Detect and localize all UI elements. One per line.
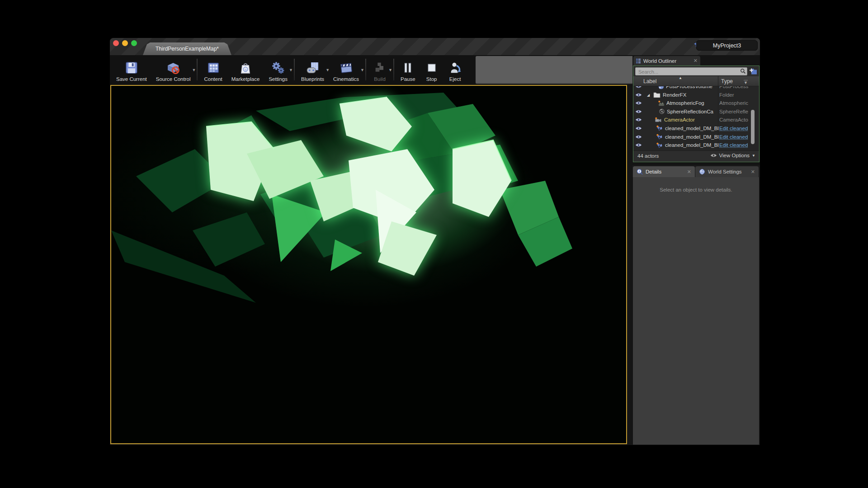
tab-world-settings[interactable]: World Settings ✕ (695, 166, 759, 177)
save-current-button[interactable]: Save Current (112, 56, 151, 84)
visibility-eye-icon[interactable] (635, 117, 642, 122)
crystal-mesh-render (111, 86, 626, 443)
search-input[interactable] (637, 68, 728, 76)
visibility-eye-icon[interactable] (635, 101, 642, 105)
content-browser-icon (206, 61, 221, 75)
details-empty-message: Select an object to view details. (633, 187, 759, 192)
actor-type: Atmospheric (719, 100, 748, 106)
marketplace-label: Marketplace (231, 76, 260, 82)
build-label: Build (374, 76, 386, 82)
visibility-eye-icon[interactable] (635, 86, 642, 89)
build-button[interactable]: Build ▼ (368, 56, 392, 84)
actor-label: RenderFX (663, 92, 686, 98)
toolbar-separator (365, 59, 366, 80)
build-cubes-icon (373, 61, 387, 75)
level-viewport[interactable] (110, 85, 627, 444)
folder-icon (653, 92, 660, 98)
table-row[interactable]: AtmosphericFog Atmospheric (633, 99, 759, 108)
create-folder-icon[interactable] (749, 68, 757, 75)
close-window-button[interactable] (113, 40, 119, 46)
outliner-scrollbar-thumb[interactable] (751, 110, 755, 144)
destructible-mesh-icon (656, 125, 663, 131)
world-settings-tab-label: World Settings (708, 169, 748, 174)
source-control-dropdown-icon[interactable]: ▼ (192, 68, 196, 72)
visibility-eye-icon[interactable] (635, 126, 642, 131)
marketplace-button[interactable]: u Marketplace (227, 56, 264, 84)
map-tab[interactable]: ThirdPersonExampleMap* (143, 42, 231, 55)
settings-button[interactable]: Settings ▼ (264, 56, 292, 84)
actor-type: CameraActo (719, 117, 748, 122)
stop-label: Stop (426, 76, 437, 82)
table-row[interactable]: ◢ RenderFX Folder (633, 91, 759, 99)
source-control-icon (166, 61, 180, 75)
blueprints-icon (306, 61, 320, 75)
column-label[interactable]: Label (643, 78, 656, 84)
build-dropdown-icon[interactable]: ▼ (388, 68, 392, 72)
table-row[interactable]: cleaned_model_DM_Bl Edit cleaned (633, 124, 759, 133)
cinematics-button[interactable]: Cinematics ▼ (329, 56, 363, 84)
outliner-search-field[interactable] (635, 67, 747, 75)
settings-label: Settings (269, 76, 288, 82)
cinematics-dropdown-icon[interactable]: ▼ (360, 68, 364, 72)
outliner-tab-icon (636, 59, 641, 63)
expander-arrow-icon[interactable]: ◢ (647, 93, 650, 97)
traffic-lights (113, 40, 137, 46)
outliner-row-list: PostProcessVolume PostProcess ◢ RenderFX… (633, 86, 759, 149)
visibility-eye-icon[interactable] (635, 93, 642, 97)
eject-label: Eject (449, 76, 461, 82)
cinematics-clapper-icon (339, 61, 354, 75)
table-row[interactable]: CameraActor CameraActo (633, 116, 759, 124)
type-filter-icon[interactable]: —▼ (744, 79, 748, 84)
title-bar[interactable]: ThirdPersonExampleMap* MyProject3 (110, 38, 760, 56)
settings-gears-icon (271, 61, 285, 75)
actor-label: cleaned_model_DM_Bl (665, 126, 719, 131)
column-type[interactable]: Type (721, 78, 733, 84)
table-row[interactable]: SphereReflectionCa SphereReflec (633, 108, 759, 116)
outliner-search-row (633, 66, 759, 76)
outliner-close-icon[interactable]: ✕ (693, 58, 698, 64)
settings-dropdown-icon[interactable]: ▼ (289, 68, 293, 72)
visibility-eye-icon[interactable] (635, 143, 642, 147)
edit-blueprint-link[interactable]: Edit cleaned (719, 142, 748, 148)
details-close-icon[interactable]: ✕ (687, 169, 691, 175)
actor-label: AtmosphericFog (666, 100, 704, 106)
map-tab-label: ThirdPersonExampleMap* (156, 46, 219, 52)
actor-label: SphereReflectionCa (667, 109, 713, 114)
table-row[interactable]: cleaned_model_DM_Bl Edit cleaned (633, 133, 759, 141)
minimize-window-button[interactable] (122, 40, 128, 46)
view-options-dropdown-icon: ▼ (752, 154, 755, 158)
project-name: MyProject3 (713, 42, 741, 49)
destructible-mesh-icon (656, 134, 663, 140)
destructible-mesh-icon (656, 142, 663, 148)
source-control-button[interactable]: Source Control ▼ (151, 56, 195, 84)
zoom-window-button[interactable] (131, 40, 137, 46)
details-tab-bar: i Details ✕ World Settings ✕ (632, 165, 760, 177)
actor-label: cleaned_model_DM_Bl (665, 134, 719, 140)
view-options-button[interactable]: View Options ▼ (710, 153, 755, 158)
table-row[interactable]: PostProcessVolume PostProcess (633, 86, 759, 91)
world-settings-close-icon[interactable]: ✕ (751, 169, 755, 175)
source-control-label: Source Control (156, 76, 191, 82)
visibility-eye-icon[interactable] (635, 109, 642, 114)
eject-button[interactable]: Eject (443, 56, 467, 84)
sort-ascending-icon[interactable]: ▲ (679, 76, 682, 80)
edit-blueprint-link[interactable]: Edit cleaned (719, 134, 748, 140)
search-icon (740, 68, 746, 74)
outliner-tab-bar: World Outliner ✕ (632, 56, 760, 66)
details-panel: Select an object to view details. (633, 177, 759, 445)
edit-blueprint-link[interactable]: Edit cleaned (719, 126, 748, 131)
content-label: Content (204, 76, 222, 82)
tab-world-outliner[interactable]: World Outliner ✕ (633, 56, 700, 66)
view-options-eye-icon (710, 153, 717, 158)
actor-label: CameraActor (664, 117, 695, 122)
blueprints-button[interactable]: Blueprints ▼ (297, 56, 329, 84)
content-button[interactable]: Content (199, 56, 226, 84)
pause-button[interactable]: Pause (396, 56, 420, 84)
toolbar-separator (393, 59, 394, 80)
tab-details[interactable]: i Details ✕ (633, 166, 695, 177)
view-options-label: View Options (719, 153, 750, 158)
visibility-eye-icon[interactable] (635, 135, 642, 139)
camera-icon (654, 117, 662, 123)
table-row[interactable]: cleaned_model_DM_Bl Edit cleaned (633, 141, 759, 149)
stop-button[interactable]: Stop (420, 56, 443, 84)
